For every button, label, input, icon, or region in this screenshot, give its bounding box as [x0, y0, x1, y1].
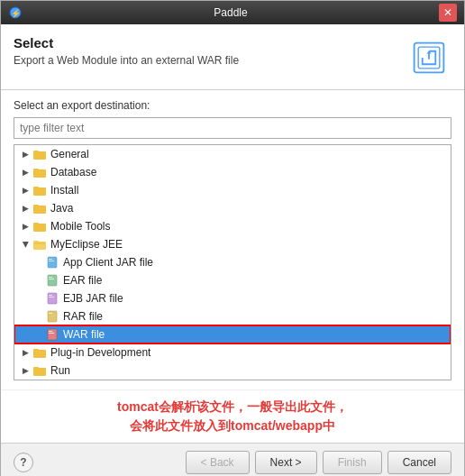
- folder-icon: [32, 183, 47, 197]
- window-title: Paddle: [23, 6, 439, 19]
- svg-rect-19: [49, 259, 52, 260]
- bottom-bar: ? < Back Next > Finish Cancel: [1, 443, 464, 476]
- ejb-file-icon: [45, 291, 59, 306]
- tree-item-mobile-tools[interactable]: Mobile Tools: [14, 217, 451, 235]
- svg-rect-28: [49, 313, 52, 314]
- folder-icon: [32, 147, 47, 161]
- tree-item-plugin-dev[interactable]: Plug-in Development: [14, 343, 451, 362]
- next-button[interactable]: Next >: [255, 451, 317, 474]
- expand-arrow: [20, 167, 31, 178]
- svg-rect-18: [48, 257, 57, 268]
- expand-arrow: [20, 149, 31, 160]
- svg-rect-23: [49, 279, 54, 279]
- expand-arrow: [20, 239, 31, 250]
- annotation-area: tomcat会解析该文件，一般导出此文件， 会将此文件放入到tomcat/web…: [1, 389, 464, 443]
- help-area: ?: [14, 453, 33, 472]
- tree-item-label: General: [50, 148, 89, 160]
- svg-rect-27: [48, 311, 57, 322]
- tree-item-label: Install: [50, 184, 78, 197]
- tree-item-run[interactable]: Run: [14, 362, 451, 380]
- tree-item-label: EAR file: [63, 274, 102, 287]
- svg-rect-22: [49, 277, 52, 278]
- svg-rect-31: [49, 333, 54, 334]
- expand-arrow: [20, 203, 31, 214]
- svg-rect-14: [33, 223, 39, 225]
- svg-rect-33: [33, 349, 39, 352]
- dialog-subtitle: Export a Web Module into an external WAR…: [14, 54, 397, 67]
- tree-item-label: Mobile Tools: [50, 220, 110, 233]
- cancel-button[interactable]: Cancel: [388, 451, 451, 474]
- rar-file-icon: [45, 309, 59, 324]
- tree-container[interactable]: General Database Install: [14, 144, 451, 380]
- expand-arrow: [20, 365, 31, 376]
- tree-item-ejb-jar-file[interactable]: EJB JAR file: [14, 289, 451, 307]
- svg-rect-24: [48, 293, 57, 304]
- tree-item-label: EJB JAR file: [63, 292, 123, 305]
- tree-item-myeclipse-jee[interactable]: MyEclipse JEE: [14, 235, 451, 253]
- finish-button[interactable]: Finish: [323, 451, 382, 474]
- tree-item-war-file[interactable]: WAR file: [14, 325, 451, 343]
- back-button[interactable]: < Back: [186, 451, 250, 474]
- tree-item-label: MyEclipse JEE: [50, 238, 123, 251]
- header-section: Select Export a Web Module into an exter…: [1, 24, 464, 90]
- header-text: Select Export a Web Module into an exter…: [14, 35, 397, 67]
- tree-item-ear-file[interactable]: EAR file: [14, 271, 451, 289]
- folder-open-icon: [32, 237, 47, 252]
- tree-item-rar-file[interactable]: RAR file: [14, 307, 451, 325]
- svg-rect-6: [33, 151, 39, 153]
- svg-text:⚡: ⚡: [11, 8, 22, 19]
- folder-icon: [32, 363, 47, 378]
- tree-item-label: Database: [50, 166, 96, 178]
- war-file-icon: [45, 327, 59, 342]
- filter-input[interactable]: [14, 117, 451, 139]
- annotation-line2: 会将此文件放入到tomcat/webapp中: [14, 416, 451, 435]
- export-icon: [406, 35, 451, 80]
- main-area: Select an export destination: General: [1, 90, 464, 389]
- help-button[interactable]: ?: [14, 453, 33, 472]
- tree-item-label: RAR file: [63, 310, 103, 323]
- tree-item-general[interactable]: General: [14, 145, 451, 163]
- tree-item-label: Run: [50, 364, 70, 377]
- svg-rect-10: [33, 187, 39, 189]
- folder-icon: [32, 219, 47, 233]
- dialog-content: Select Export a Web Module into an exter…: [1, 24, 464, 443]
- tree-item-install[interactable]: Install: [14, 181, 451, 199]
- svg-rect-30: [49, 331, 52, 332]
- tree-item-java[interactable]: Java: [14, 199, 451, 217]
- svg-rect-8: [33, 169, 39, 171]
- svg-rect-21: [48, 275, 57, 286]
- app-icon: ⚡: [8, 5, 23, 20]
- title-bar: ⚡ Paddle ✕: [1, 1, 464, 24]
- folder-icon: [32, 165, 47, 179]
- ear-file-icon: [45, 273, 59, 288]
- folder-icon: [32, 201, 47, 215]
- main-window: ⚡ Paddle ✕ Select Export a Web Module in…: [0, 0, 465, 476]
- expand-arrow: [20, 185, 31, 196]
- tree-item-label: WAR file: [63, 328, 105, 341]
- tree-item-label: Java: [50, 202, 73, 215]
- svg-rect-25: [49, 295, 52, 296]
- svg-rect-16: [33, 241, 39, 243]
- tree-item-app-client-jar[interactable]: App Client JAR file: [14, 253, 451, 271]
- nav-buttons: < Back Next > Finish Cancel: [186, 451, 451, 474]
- svg-rect-20: [49, 261, 54, 261]
- folder-icon: [32, 345, 47, 360]
- jar-file-icon: [45, 255, 59, 270]
- annotation-line1: tomcat会解析该文件，一般导出此文件，: [14, 398, 451, 416]
- svg-rect-35: [33, 367, 39, 370]
- svg-rect-26: [49, 297, 54, 298]
- expand-arrow: [20, 221, 31, 232]
- tree-item-label: App Client JAR file: [63, 256, 153, 269]
- expand-arrow: [20, 347, 31, 358]
- close-button[interactable]: ✕: [439, 4, 457, 22]
- tree-item-label: Plug-in Development: [50, 346, 150, 359]
- select-label: Select an export destination:: [14, 99, 451, 112]
- svg-rect-29: [48, 329, 57, 340]
- tree-item-database[interactable]: Database: [14, 163, 451, 181]
- dialog-title: Select: [14, 35, 397, 50]
- svg-rect-12: [33, 205, 39, 207]
